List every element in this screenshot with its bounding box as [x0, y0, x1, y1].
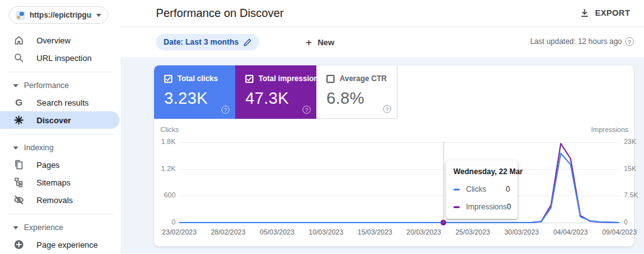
x-axis-label: 30/03/2023	[504, 228, 539, 236]
search-icon	[13, 52, 25, 64]
content-area: Total clicks 3.23K ? Total impressions 4…	[121, 57, 644, 253]
metric-cards: Total clicks 3.23K ? Total impressions 4…	[154, 65, 634, 119]
x-axis-label: 23/02/2023	[162, 228, 196, 236]
pages-icon	[13, 159, 25, 170]
x-axis-label: 05/03/2023	[260, 228, 294, 236]
sidebar-item-sitemaps[interactable]: Sitemaps	[0, 174, 121, 191]
main-area: Performance on Discover EXPORT Date: Las…	[121, 0, 644, 254]
sidebar-item-pages[interactable]: Pages	[0, 156, 121, 174]
x-axis-label: 25/03/2023	[455, 228, 490, 236]
help-icon[interactable]: ?	[625, 37, 634, 46]
sidebar-divider	[8, 72, 113, 72]
y-axis-tick: 1.8K	[154, 138, 175, 145]
y-axis-tick: 15K	[624, 165, 636, 172]
download-icon	[580, 8, 589, 18]
sidebar-section-indexing[interactable]: Indexing	[0, 140, 121, 156]
chevron-down-icon	[13, 84, 18, 87]
ctr-checkbox[interactable]	[326, 75, 335, 83]
page-header: Performance on Discover EXPORT	[121, 0, 644, 27]
tooltip-date: Wednesday, 22 Mar	[453, 167, 510, 176]
discover-asterisk-icon	[13, 114, 25, 126]
visibility-off-icon	[13, 194, 25, 206]
sidebar-divider	[8, 214, 113, 214]
page-title: Performance on Discover	[156, 7, 284, 20]
sidebar-section-label: Indexing	[24, 143, 53, 152]
y-axis-tick: 23K	[624, 138, 636, 145]
total-impressions-card[interactable]: Total impressions 47.3K ?	[235, 65, 316, 119]
metric-label: Total impressions	[258, 74, 323, 83]
last-updated: Last updated: 12 hours ago ?	[530, 37, 634, 46]
date-filter-chip[interactable]: Date: Last 3 months	[156, 34, 259, 50]
sidebar-item-search-results[interactable]: G Search results	[0, 94, 121, 111]
sidebar-item-removals[interactable]: Removals	[0, 191, 121, 209]
export-button[interactable]: EXPORT	[576, 6, 634, 20]
new-filter-label: New	[318, 38, 335, 47]
sidebar-section-label: Performance	[24, 81, 69, 90]
impressions-checkbox[interactable]	[245, 75, 253, 83]
sidebar-item-label: Discover	[36, 116, 71, 125]
sidebar: https://epictripguru... Overview URL ins…	[0, 0, 121, 254]
home-icon	[13, 35, 25, 46]
y-axis-title-clicks: Clicks	[160, 126, 179, 133]
x-axis-label: 04/04/2023	[553, 228, 588, 236]
total-clicks-card[interactable]: Total clicks 3.23K ?	[154, 65, 235, 119]
property-url: https://epictripguru...	[30, 11, 92, 19]
sidebar-item-url-inspection[interactable]: URL inspection	[0, 49, 121, 67]
hover-crosshair-line	[443, 142, 444, 223]
tooltip-row-clicks: Clicks 0	[453, 185, 510, 194]
new-filter-button[interactable]: + New	[302, 34, 338, 50]
sidebar-item-label: Search results	[36, 98, 89, 108]
x-axis-label: 10/03/2023	[309, 228, 343, 236]
export-label: EXPORT	[595, 8, 630, 18]
dropdown-caret-icon	[96, 14, 101, 17]
x-axis-label: 15/03/2023	[358, 228, 392, 236]
impressions-series-swatch	[453, 206, 460, 208]
property-selector[interactable]: https://epictripguru...	[9, 6, 108, 24]
sidebar-item-overview[interactable]: Overview	[0, 31, 121, 49]
metric-label: Total clicks	[177, 74, 218, 83]
sidebar-item-page-experience[interactable]: Page experience	[0, 236, 121, 253]
sidebar-nav: Overview URL inspection Performance G Se…	[0, 31, 121, 253]
sidebar-item-discover[interactable]: Discover	[0, 111, 119, 129]
y-axis-tick: 600	[154, 192, 175, 199]
y-axis-tick: 0	[624, 219, 628, 226]
y-axis-title-impressions: Impressions	[591, 126, 628, 133]
chevron-down-icon	[13, 226, 18, 229]
last-updated-text: Last updated: 12 hours ago	[530, 37, 622, 46]
sidebar-section-experience[interactable]: Experience	[0, 219, 121, 236]
average-ctr-card[interactable]: Average CTR 6.8% ?	[316, 65, 397, 119]
performance-chart[interactable]: Clicks Impressions 1.8K 1.2K 600 0 23K 1…	[154, 119, 634, 246]
sidebar-item-label: Removals	[36, 196, 73, 205]
date-filter-label: Date: Last 3 months	[164, 38, 238, 47]
x-axis-label: 28/02/2023	[211, 228, 245, 236]
help-icon[interactable]: ?	[303, 106, 311, 114]
performance-panel: Total clicks 3.23K ? Total impressions 4…	[154, 65, 634, 246]
sidebar-item-label: Sitemaps	[36, 178, 70, 187]
site-favicon	[16, 11, 25, 20]
sidebar-item-label: Pages	[36, 160, 60, 170]
help-icon[interactable]: ?	[221, 106, 230, 114]
tooltip-value: 0	[507, 202, 511, 211]
sidebar-section-performance[interactable]: Performance	[0, 77, 121, 94]
sidebar-section-label: Experience	[24, 223, 64, 232]
tooltip-value: 0	[506, 185, 510, 194]
metric-label: Average CTR	[340, 74, 387, 83]
tooltip-row-impressions: Impressions 0	[453, 202, 510, 211]
y-axis-tick: 7.5K	[624, 192, 638, 199]
tooltip-label: Clicks	[466, 185, 506, 194]
chart-tooltip: Wednesday, 22 Mar Clicks 0 Impressions 0	[446, 160, 518, 219]
chevron-down-icon	[13, 146, 18, 150]
clicks-checkbox[interactable]	[164, 75, 172, 83]
sidebar-item-label: URL inspection	[36, 53, 92, 63]
page-experience-icon	[13, 239, 25, 250]
sidebar-item-label: Overview	[36, 36, 70, 45]
sidebar-item-label: Page experience	[36, 240, 98, 250]
x-axis-label: 20/03/2023	[406, 228, 441, 236]
x-axis-label: 09/04/2023	[602, 228, 636, 236]
y-axis-tick: 1.2K	[154, 165, 175, 172]
plus-icon: +	[306, 37, 312, 48]
filter-toolbar: Date: Last 3 months + New Last updated: …	[121, 27, 644, 57]
help-icon[interactable]: ?	[383, 105, 391, 113]
tooltip-label: Impressions	[466, 202, 507, 211]
pencil-icon	[243, 38, 252, 47]
